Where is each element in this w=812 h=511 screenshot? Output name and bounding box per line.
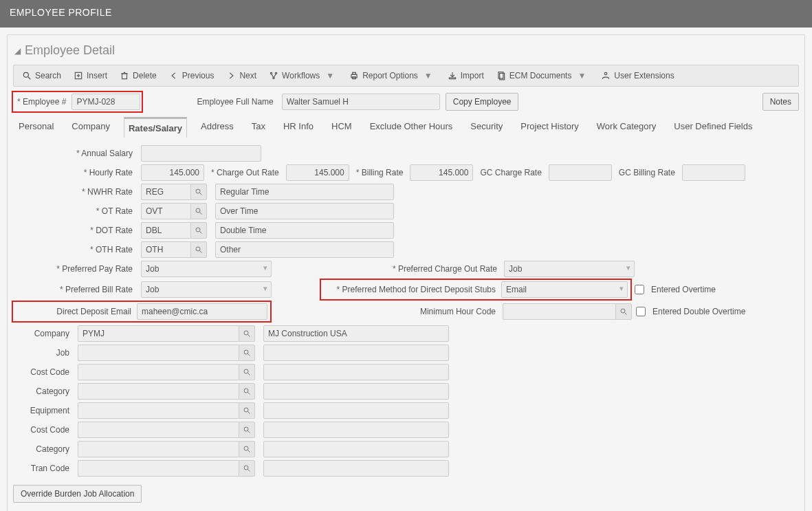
- tab-address[interactable]: Address: [197, 117, 238, 138]
- chevron-down-icon[interactable]: ▼: [323, 71, 337, 80]
- insert-button[interactable]: Insert: [69, 68, 111, 83]
- allocation-grid: Company MJ Construction USA Job Cost C: [13, 325, 799, 477]
- delete-button[interactable]: Delete: [116, 68, 161, 83]
- entered-double-overtime-checkbox[interactable]: [636, 307, 646, 316]
- report-options-button[interactable]: Report Options ▼: [345, 68, 439, 83]
- previous-button[interactable]: Previous: [165, 68, 219, 83]
- svg-point-32: [244, 369, 248, 373]
- charge-out-rate-input[interactable]: [286, 164, 349, 181]
- category-input[interactable]: [78, 383, 239, 400]
- user-extensions-button[interactable]: User Extensions: [597, 68, 678, 83]
- svg-rect-12: [353, 72, 356, 74]
- import-button[interactable]: Import: [443, 68, 488, 83]
- lookup-button[interactable]: [239, 460, 255, 477]
- svg-point-20: [196, 208, 200, 213]
- cost-code-desc: [263, 364, 449, 380]
- tab-user-defined-fields[interactable]: User Defined Fields: [670, 117, 756, 138]
- cost-code-input[interactable]: [78, 364, 239, 380]
- pref-charge-out-select[interactable]: [504, 261, 635, 277]
- search-button[interactable]: Search: [18, 68, 65, 83]
- pref-pay-rate-select[interactable]: [141, 261, 272, 277]
- hourly-rate-input[interactable]: [141, 164, 204, 181]
- lookup-button[interactable]: [239, 325, 255, 342]
- employee-number-label: Employee #: [14, 97, 69, 107]
- lookup-button[interactable]: [190, 184, 207, 200]
- svg-line-31: [248, 354, 250, 356]
- billing-rate-input[interactable]: [410, 164, 473, 181]
- employee-full-name-input[interactable]: [282, 94, 440, 110]
- panel-title[interactable]: ◢ Employee Detail: [13, 41, 799, 65]
- company-desc: MJ Construction USA: [263, 325, 449, 342]
- category2-input[interactable]: [78, 441, 239, 457]
- ecm-documents-button[interactable]: ECM Documents ▼: [492, 68, 593, 83]
- svg-point-40: [244, 446, 248, 450]
- svg-line-19: [200, 193, 202, 195]
- pref-charge-out-label: Preferred Charge Out Rate: [321, 264, 500, 274]
- svg-rect-14: [449, 78, 455, 79]
- job-label: Job: [13, 348, 74, 358]
- lookup-button[interactable]: [190, 241, 207, 258]
- equipment-input[interactable]: [78, 402, 239, 419]
- tab-work-category[interactable]: Work Category: [593, 117, 660, 138]
- svg-point-30: [244, 350, 248, 354]
- lookup-button[interactable]: [239, 345, 255, 361]
- tab-hr-info[interactable]: HR Info: [279, 117, 318, 138]
- workflows-button[interactable]: Workflows ▼: [265, 68, 341, 83]
- ot-rate-desc: Over Time: [215, 203, 394, 219]
- tab-hcm[interactable]: HCM: [327, 117, 356, 138]
- gc-charge-rate-input[interactable]: [549, 164, 612, 181]
- next-button[interactable]: Next: [222, 68, 261, 83]
- tab-company[interactable]: Company: [67, 117, 114, 138]
- annual-salary-input[interactable]: [141, 145, 261, 162]
- override-burden-job-allocation-button[interactable]: Override Burden Job Allocation: [13, 485, 142, 503]
- lookup-button[interactable]: [239, 364, 255, 380]
- dd-email-input[interactable]: [137, 303, 267, 320]
- chevron-down-icon[interactable]: ▼: [575, 71, 589, 80]
- min-hour-code-input[interactable]: [503, 303, 615, 320]
- header-row: Employee # Employee Full Name Copy Emplo…: [13, 92, 799, 111]
- svg-rect-5: [122, 74, 127, 79]
- tran-code-input[interactable]: [78, 460, 239, 477]
- category-desc: [263, 383, 449, 400]
- nwhr-rate-code-input[interactable]: [141, 184, 190, 200]
- employee-number-input[interactable]: [72, 94, 140, 110]
- tab-rates-salary[interactable]: Rates/Salary: [124, 117, 187, 138]
- collapse-icon[interactable]: ◢: [14, 46, 21, 56]
- svg-point-17: [605, 72, 608, 75]
- lookup-button[interactable]: [615, 303, 632, 320]
- oth-rate-code-input[interactable]: [141, 241, 190, 258]
- pref-dd-method-block: Preferred Method for Direct Deposit Stub…: [321, 280, 630, 299]
- lookup-button[interactable]: [239, 441, 255, 457]
- job-code-input[interactable]: [78, 345, 239, 361]
- pref-bill-rate-select[interactable]: [141, 281, 272, 298]
- tab-security[interactable]: Security: [466, 117, 507, 138]
- tab-personal[interactable]: Personal: [14, 117, 58, 138]
- svg-point-22: [196, 228, 200, 232]
- svg-point-38: [244, 427, 248, 431]
- lookup-button[interactable]: [190, 222, 207, 239]
- chevron-down-icon[interactable]: ▼: [421, 71, 435, 80]
- entered-overtime-checkbox[interactable]: [635, 285, 644, 294]
- cost-code2-input[interactable]: [78, 422, 239, 438]
- ot-rate-code-input[interactable]: [141, 203, 190, 219]
- gc-billing-rate-input[interactable]: [682, 164, 745, 181]
- lookup-button[interactable]: [239, 383, 255, 400]
- tab-tax[interactable]: Tax: [248, 117, 270, 138]
- company-code-input[interactable]: [78, 325, 239, 342]
- dot-rate-code-input[interactable]: [141, 222, 190, 239]
- svg-point-9: [275, 72, 276, 74]
- lookup-button[interactable]: [239, 402, 255, 419]
- dd-email-block: Direct Deposit Email: [13, 302, 270, 321]
- employee-full-name-label: Employee Full Name: [194, 97, 276, 107]
- lookup-button[interactable]: [239, 422, 255, 438]
- tab-exclude-other-hours[interactable]: Exclude Other Hours: [366, 117, 457, 138]
- pref-dd-method-select[interactable]: [501, 281, 628, 298]
- copy-employee-button[interactable]: Copy Employee: [446, 93, 519, 111]
- tab-project-history[interactable]: Project History: [516, 117, 583, 138]
- svg-line-29: [248, 335, 250, 337]
- rates-salary-form: Annual Salary Hourly Rate Charge Out Rat…: [13, 142, 799, 507]
- billing-rate-label: Billing Rate: [353, 168, 406, 177]
- charge-out-rate-label: Charge Out Rate: [208, 168, 282, 177]
- notes-button[interactable]: Notes: [762, 93, 799, 111]
- lookup-button[interactable]: [190, 203, 207, 219]
